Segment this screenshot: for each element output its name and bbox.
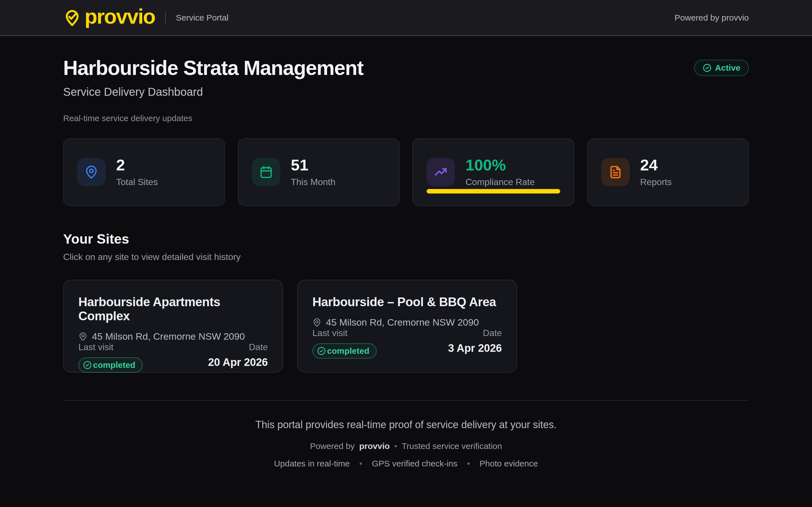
stat-value: 100% <box>465 157 535 173</box>
top-header: provvio Service Portal Powered by provvi… <box>0 0 812 36</box>
provvio-pin-check-icon <box>63 9 81 27</box>
date-value: 20 Apr 2026 <box>208 356 268 369</box>
check-circle-icon <box>83 360 92 370</box>
check-circle-icon <box>317 346 326 355</box>
powered-by-header: Powered by provvio <box>675 13 749 22</box>
page-title: Harbourside Strata Management <box>63 56 363 79</box>
header-divider <box>165 11 166 24</box>
site-address: 45 Milson Rd, Cremorne NSW 2090 <box>92 331 245 342</box>
main-content: Harbourside Strata Management Active Ser… <box>0 56 812 468</box>
site-name: Harbourside Apartments Complex <box>79 295 268 323</box>
footer-brand: provvio <box>359 441 390 451</box>
stat-card-total-sites: 2 Total Sites <box>63 138 225 206</box>
sites-subheading: Click on any site to view detailed visit… <box>63 252 749 262</box>
compliance-progress-bar <box>426 189 560 193</box>
site-address: 45 Milson Rd, Cremorne NSW 2090 <box>326 317 479 328</box>
updates-note: Real-time service delivery updates <box>63 114 749 123</box>
bullet-separator: • <box>467 459 470 468</box>
compliance-progress-fill <box>426 189 560 193</box>
footer-divider <box>63 400 749 401</box>
stat-value: 51 <box>291 157 336 173</box>
brand-wordmark: provvio <box>85 6 155 29</box>
footer-powered-prefix: Powered by <box>310 441 355 451</box>
site-card-pool-bbq-area[interactable]: Harbourside – Pool & BBQ Area 45 Milson … <box>297 280 517 373</box>
trending-up-icon <box>426 158 455 186</box>
stat-value: 2 <box>116 157 158 173</box>
brand-logo: provvio <box>63 6 155 29</box>
file-text-icon <box>601 158 629 186</box>
site-card-apartments-complex[interactable]: Harbourside Apartments Complex 45 Milson… <box>63 280 283 373</box>
stat-value: 24 <box>640 157 672 173</box>
stat-card-compliance: 100% Compliance Rate <box>412 138 574 206</box>
bullet-separator: • <box>394 441 397 451</box>
check-circle-icon <box>703 63 712 72</box>
site-cards-row: Harbourside Apartments Complex 45 Milson… <box>63 280 749 373</box>
status-badge-label: Active <box>715 63 741 73</box>
stat-label: Reports <box>640 177 672 187</box>
visit-status-label: completed <box>93 360 135 370</box>
stat-label: Total Sites <box>116 177 158 187</box>
date-value: 3 Apr 2026 <box>448 342 502 354</box>
map-pin-icon <box>79 332 87 341</box>
footer-statement: This portal provides real-time proof of … <box>63 419 749 431</box>
stat-card-reports: 24 Reports <box>587 138 749 206</box>
last-visit-label: Last visit <box>79 342 143 352</box>
footer-feature: GPS verified check-ins <box>372 459 457 468</box>
status-badge: Active <box>694 60 749 76</box>
stats-row: 2 Total Sites 51 This Month 100% <box>63 138 749 206</box>
date-label: Date <box>448 328 502 338</box>
footer-feature: Photo evidence <box>479 459 538 468</box>
stat-label: This Month <box>291 177 336 187</box>
footer-tagline: Trusted service verification <box>402 441 502 451</box>
visit-status-label: completed <box>327 346 369 356</box>
calendar-icon <box>252 158 280 186</box>
visit-status-badge: completed <box>312 343 377 358</box>
stat-label: Compliance Rate <box>465 177 535 187</box>
footer: This portal provides real-time proof of … <box>63 400 749 468</box>
footer-feature: Updates in real-time <box>274 459 350 468</box>
stat-card-this-month: 51 This Month <box>238 138 400 206</box>
bullet-separator: • <box>359 459 363 468</box>
last-visit-label: Last visit <box>312 328 377 338</box>
portal-label: Service Portal <box>176 13 229 22</box>
sites-heading: Your Sites <box>63 231 749 247</box>
date-label: Date <box>208 342 268 352</box>
map-pin-icon <box>77 158 105 186</box>
map-pin-icon <box>312 318 321 327</box>
site-name: Harbourside – Pool & BBQ Area <box>312 295 502 309</box>
visit-status-badge: completed <box>79 357 143 373</box>
page-subtitle: Service Delivery Dashboard <box>63 86 749 98</box>
